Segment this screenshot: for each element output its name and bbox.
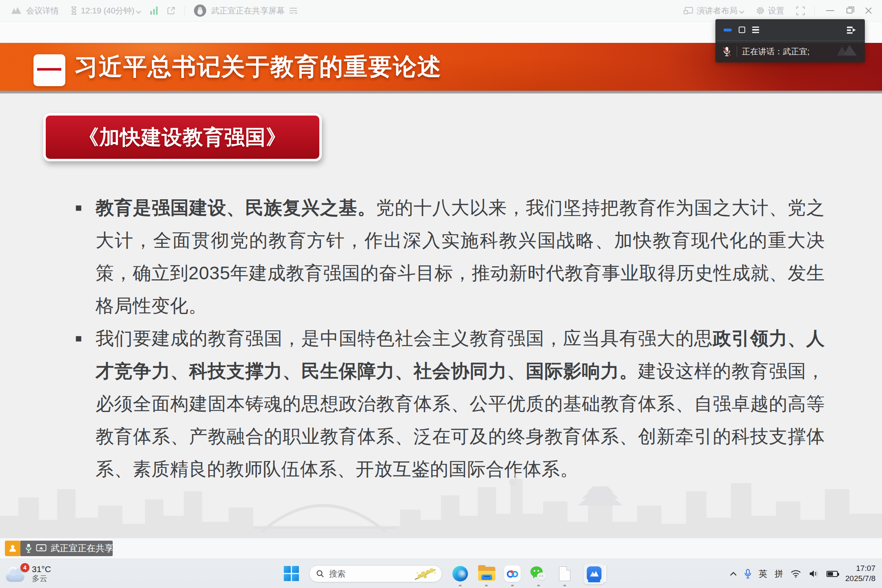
- gear-icon: [756, 6, 765, 15]
- layout-icon: [684, 7, 693, 15]
- clock[interactable]: 17:07 2025/7/8: [845, 564, 875, 584]
- speaker-icon[interactable]: [808, 569, 819, 578]
- slide-body-text: ■ 教育是强国建设、民族复兴之基。党的十八大以来，我们坚持把教育作为国之大计、党…: [75, 192, 825, 486]
- start-button[interactable]: [284, 566, 299, 581]
- wechat-icon: [530, 566, 547, 581]
- taskbar-app-file-explorer[interactable]: [478, 559, 494, 588]
- meeting-details-button[interactable]: 会议详情: [26, 5, 59, 16]
- microphone-active-icon: [25, 543, 32, 553]
- speaking-text: 正在讲话：武正宜;: [742, 46, 810, 57]
- panel-collapse-icon[interactable]: [846, 26, 857, 34]
- temperature-text: 31°C: [32, 564, 51, 574]
- battery-icon[interactable]: [826, 571, 838, 577]
- network-signal-icon[interactable]: [150, 7, 158, 15]
- paragraph-text: 我们要建成的教育强国，是中国特色社会主义教育强国，应当具有强大的思政引领力、人才…: [96, 322, 825, 486]
- tray-chevron-up-icon[interactable]: [730, 571, 737, 576]
- weather-widget[interactable]: 4 31°C 多云: [6, 559, 51, 588]
- section-number: 一: [36, 58, 62, 82]
- city-skyline-watermark: [0, 467, 882, 538]
- tencent-meeting-logo-icon: [11, 6, 22, 16]
- meeting-timer[interactable]: 12:19 (40分钟): [81, 5, 134, 16]
- panel-divider: [737, 46, 737, 57]
- speaking-indicator: 正在讲话：武正宜;: [715, 41, 865, 62]
- paragraph: ■ 教育是强国建设、民族复兴之基。党的十八大以来，我们坚持把教育作为国之大计、党…: [75, 192, 825, 322]
- panel-video-view-button[interactable]: [739, 27, 745, 33]
- layout-button[interactable]: 演讲者布局: [697, 5, 737, 16]
- banner-underbar: [0, 91, 882, 94]
- tencent-meeting-icon: [587, 566, 601, 581]
- meeting-toolbar: 会议详情 12:19 (40分钟) 武正宜正在共享屏幕: [0, 0, 882, 22]
- hourglass-icon: [70, 6, 78, 15]
- edge-browser-icon: [452, 566, 468, 581]
- active-app-indicator: [588, 580, 600, 582]
- speaker-panel: 正在讲话：武正宜;: [715, 19, 865, 62]
- file-explorer-icon: [478, 567, 494, 581]
- search-input[interactable]: [329, 569, 399, 579]
- share-options-icon[interactable]: [289, 7, 298, 14]
- cloudy-weather-icon: [6, 571, 24, 582]
- topic-badge-text: 《加快建设教育强国》: [78, 124, 287, 151]
- tray-microphone-icon[interactable]: [744, 569, 751, 579]
- input-method-pinyin[interactable]: 拼: [775, 568, 783, 579]
- paragraph-text: 教育是强国建设、民族复兴之基。党的十八大以来，我们坚持把教育作为国之大计、党之大…: [96, 192, 825, 322]
- tencent-meeting-active-plate: [584, 563, 605, 584]
- time-text: 17:07: [845, 564, 875, 574]
- slide-title: 习近平总书记关于教育的重要论述: [74, 43, 442, 91]
- panel-list-view-button[interactable]: [752, 27, 759, 33]
- close-button[interactable]: [865, 7, 872, 14]
- screen-sharing-icon: [36, 544, 47, 553]
- notification-badge: 4: [20, 563, 29, 572]
- paragraph: ■ 我们要建成的教育强国，是中国特色社会主义教育强国，应当具有强大的思政引领力、…: [75, 322, 825, 486]
- sharing-status-bar[interactable]: 武正宜正在共享: [20, 541, 113, 556]
- taskbar-app-document[interactable]: [557, 559, 573, 588]
- layout-chevron-icon[interactable]: [740, 9, 744, 13]
- share-screen-icon[interactable]: [167, 6, 176, 15]
- restore-button[interactable]: [846, 8, 853, 13]
- sharer-avatar[interactable]: [194, 4, 206, 17]
- topic-badge: 《加快建设教育强国》: [43, 113, 322, 161]
- share-indicator-row: 武正宜正在共享: [0, 538, 882, 559]
- shared-slide: 一 习近平总书记关于教育的重要论述 《加快建设教育强国》 ■ 教育是强国建设、民…: [0, 22, 882, 538]
- toolbar-divider: [185, 6, 185, 16]
- participant-icon[interactable]: [5, 541, 20, 556]
- minimize-button[interactable]: [826, 10, 834, 11]
- date-text: 2025/7/8: [845, 574, 875, 584]
- fullscreen-icon[interactable]: [796, 6, 805, 16]
- weather-condition-text: 多云: [32, 574, 51, 583]
- seasonal-flowers-decoration: [412, 567, 438, 583]
- section-number-box: 一: [33, 54, 65, 86]
- search-icon: [316, 570, 324, 578]
- input-language-en[interactable]: 英: [759, 568, 767, 579]
- windows-taskbar: 4 31°C 多云: [0, 559, 882, 588]
- baidu-netdisk-icon: [504, 566, 521, 582]
- taskbar-app-edge[interactable]: [452, 559, 468, 588]
- settings-button[interactable]: 设置: [768, 5, 784, 16]
- microphone-muted-icon[interactable]: [722, 46, 732, 57]
- taskbar-app-tencent-meeting[interactable]: [583, 559, 606, 588]
- panel-minimize-button[interactable]: [724, 29, 732, 31]
- screen: 会议详情 12:19 (40分钟) 武正宜正在共享屏幕: [0, 0, 882, 588]
- bullet-square-icon: ■: [75, 192, 96, 322]
- search-box[interactable]: [309, 565, 442, 582]
- document-icon: [559, 566, 570, 581]
- toolbar-divider: [814, 6, 815, 16]
- chevron-down-icon[interactable]: [137, 9, 141, 13]
- sharer-status-text: 武正宜正在共享屏幕: [211, 5, 285, 16]
- taskbar-app-baidu-netdisk[interactable]: [504, 559, 521, 588]
- bullet-square-icon: ■: [75, 322, 96, 486]
- taskbar-app-wechat[interactable]: [530, 559, 547, 588]
- sharing-status-text: 武正宜正在共享: [51, 542, 114, 555]
- wifi-icon[interactable]: [791, 570, 801, 578]
- speaker-panel-controls: [715, 19, 865, 41]
- tencent-meeting-watermark-icon: [835, 42, 858, 60]
